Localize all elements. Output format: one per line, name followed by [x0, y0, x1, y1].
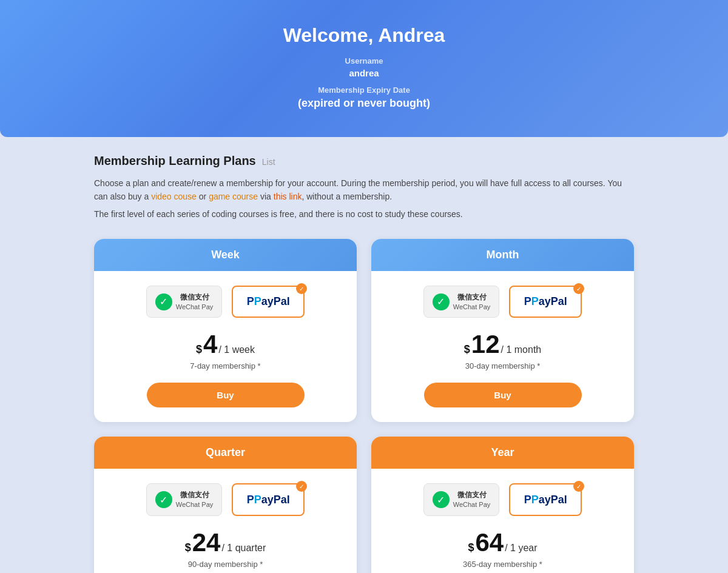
price-row-year: $ 64 / 1 year	[468, 528, 537, 557]
price-dollar-year: $	[468, 541, 474, 554]
payment-row-month: ✓ 微信支付 WeChat Pay PPayPal ✓	[423, 286, 582, 318]
plan-body-week: ✓ 微信支付 WeChat Pay PPayPal ✓ $ 4 / 1 week	[94, 271, 357, 422]
membership-days-year: 365-day membership *	[463, 560, 542, 569]
price-dollar-quarter: $	[185, 541, 191, 554]
membership-days-quarter: 90-day membership *	[188, 560, 263, 569]
price-row-month: $ 12 / 1 month	[464, 330, 541, 359]
payment-row-quarter: ✓ 微信支付 WeChat Pay PPayPal ✓	[146, 483, 305, 515]
expiry-value: (expired or never bought)	[12, 97, 716, 110]
wechat-icon-quarter: ✓	[155, 491, 172, 508]
price-dollar-month: $	[464, 343, 470, 356]
price-dollar-week: $	[196, 343, 202, 356]
paypal-logo-month: PPayPal	[524, 295, 567, 308]
game-course-link[interactable]: game course	[209, 192, 258, 201]
this-link[interactable]: this link	[274, 192, 302, 201]
username-label: Username	[12, 56, 716, 65]
price-amount-month: 12	[471, 330, 500, 359]
price-amount-week: 4	[203, 330, 217, 359]
desc-part2: or	[197, 192, 209, 201]
plan-header-year: Year	[371, 437, 634, 469]
header-section: Welcome, Andrea Username andrea Membersh…	[0, 0, 728, 137]
buy-button-month[interactable]: Buy	[424, 383, 582, 407]
paypal-button-year[interactable]: PPayPal ✓	[509, 483, 582, 515]
price-period-quarter: / 1 quarter	[221, 543, 266, 554]
payment-row-year: ✓ 微信支付 WeChat Pay PPayPal ✓	[423, 483, 582, 515]
wechat-text-year: 微信支付 WeChat Pay	[453, 490, 491, 509]
plan-header-week: Week	[94, 239, 357, 271]
video-course-link[interactable]: video couse	[151, 192, 197, 201]
price-period-week: / 1 week	[218, 344, 255, 355]
desc-part3: via	[258, 192, 274, 201]
section-list-tag: List	[262, 157, 275, 167]
plan-card-month: Month ✓ 微信支付 WeChat Pay PPayPal ✓	[371, 239, 634, 422]
description-text: Choose a plan and create/renew a members…	[94, 176, 634, 204]
paypal-logo-quarter: PPayPal	[247, 494, 290, 506]
membership-days-week: 7-day membership *	[190, 361, 260, 370]
plans-grid: Week ✓ 微信支付 WeChat Pay PPayPal ✓	[94, 239, 634, 573]
wechat-pay-button-quarter[interactable]: ✓ 微信支付 WeChat Pay	[146, 483, 223, 515]
main-content: Membership Learning Plans List Choose a …	[0, 137, 728, 573]
wechat-icon-month: ✓	[433, 293, 450, 310]
plan-body-quarter: ✓ 微信支付 WeChat Pay PPayPal ✓ $ 24 / 1 qua…	[94, 469, 357, 573]
plan-header-quarter: Quarter	[94, 437, 357, 469]
plan-card-week: Week ✓ 微信支付 WeChat Pay PPayPal ✓	[94, 239, 357, 422]
price-period-year: / 1 year	[505, 543, 537, 554]
desc-part4: , without a membership.	[302, 192, 392, 201]
wechat-icon-year: ✓	[433, 491, 450, 508]
paypal-logo-year: PPayPal	[524, 494, 567, 506]
plan-title-year: Year	[491, 446, 514, 458]
section-title: Membership Learning Plans	[94, 154, 256, 168]
price-amount-year: 64	[475, 528, 504, 557]
paypal-check-week: ✓	[296, 283, 307, 294]
paypal-logo-week: PPayPal	[247, 295, 290, 308]
membership-days-month: 30-day membership *	[465, 361, 541, 370]
price-amount-quarter: 24	[192, 528, 221, 557]
plan-title-quarter: Quarter	[206, 446, 245, 458]
plan-card-quarter: Quarter ✓ 微信支付 WeChat Pay PPayPal ✓	[94, 437, 357, 573]
plan-body-year: ✓ 微信支付 WeChat Pay PPayPal ✓ $ 64 / 1 yea…	[371, 469, 634, 573]
wechat-pay-button-month[interactable]: ✓ 微信支付 WeChat Pay	[423, 286, 500, 318]
section-title-row: Membership Learning Plans List	[94, 154, 634, 168]
paypal-check-month: ✓	[573, 283, 584, 294]
wechat-text-quarter: 微信支付 WeChat Pay	[176, 490, 214, 509]
price-period-month: / 1 month	[501, 344, 542, 355]
plan-header-month: Month	[371, 239, 634, 271]
wechat-pay-button-week[interactable]: ✓ 微信支付 WeChat Pay	[146, 286, 223, 318]
price-row-quarter: $ 24 / 1 quarter	[185, 528, 266, 557]
price-row-week: $ 4 / 1 week	[196, 330, 255, 359]
plan-body-month: ✓ 微信支付 WeChat Pay PPayPal ✓ $ 12 / 1 mon…	[371, 271, 634, 422]
buy-button-week[interactable]: Buy	[147, 383, 305, 407]
welcome-title: Welcome, Andrea	[12, 24, 716, 47]
paypal-check-quarter: ✓	[296, 481, 307, 492]
payment-row-week: ✓ 微信支付 WeChat Pay PPayPal ✓	[146, 286, 305, 318]
plan-title-week: Week	[211, 249, 240, 261]
plan-title-month: Month	[487, 249, 519, 261]
paypal-check-year: ✓	[573, 481, 584, 492]
paypal-button-week[interactable]: PPayPal ✓	[232, 286, 305, 318]
username-value: andrea	[12, 68, 716, 78]
expiry-label: Membership Expiry Date	[12, 85, 716, 95]
wechat-text-week: 微信支付 WeChat Pay	[176, 292, 214, 311]
plan-card-year: Year ✓ 微信支付 WeChat Pay PPayPal ✓	[371, 437, 634, 573]
wechat-text-month: 微信支付 WeChat Pay	[453, 292, 491, 311]
wechat-pay-button-year[interactable]: ✓ 微信支付 WeChat Pay	[423, 483, 500, 515]
paypal-button-quarter[interactable]: PPayPal ✓	[232, 483, 305, 515]
description2-text: The first level of each series of coding…	[94, 207, 634, 221]
paypal-button-month[interactable]: PPayPal ✓	[509, 286, 582, 318]
wechat-icon-week: ✓	[155, 293, 172, 310]
